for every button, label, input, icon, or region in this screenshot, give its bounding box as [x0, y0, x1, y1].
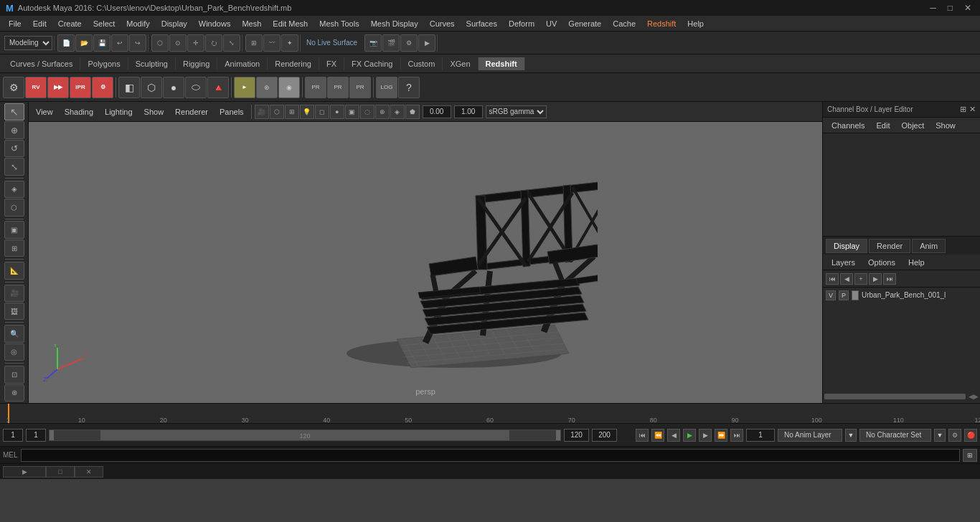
- rotate-btn[interactable]: ⭮: [205, 34, 222, 52]
- layer-step-prev-btn[interactable]: ◀: [840, 273, 853, 285]
- lasso-btn[interactable]: ⊙: [169, 34, 187, 52]
- menu-uv[interactable]: UV: [540, 18, 562, 29]
- channel-tab-show[interactable]: Show: [930, 120, 961, 131]
- menu-curves[interactable]: Curves: [424, 18, 461, 29]
- shelf-log-icon[interactable]: LOG: [376, 77, 397, 98]
- undo-button[interactable]: ↩: [111, 34, 128, 52]
- shelf-rs3-icon[interactable]: ⚙: [92, 77, 113, 98]
- snap-button[interactable]: ⊞: [4, 239, 24, 257]
- save-scene-button[interactable]: 💾: [93, 34, 110, 52]
- menu-windows[interactable]: Windows: [193, 18, 237, 29]
- channel-tab-object[interactable]: Object: [895, 120, 930, 131]
- layer-tab-render[interactable]: Render: [869, 239, 910, 253]
- shelf-cube-icon[interactable]: ◧: [118, 77, 140, 98]
- tab-custom[interactable]: Custom: [401, 57, 443, 70]
- snap-grid-btn[interactable]: ⊞: [245, 34, 263, 52]
- timeline-options-btn[interactable]: ⚙: [948, 429, 961, 442]
- layer-subtab-help[interactable]: Help: [903, 257, 930, 268]
- menu-generate[interactable]: Generate: [562, 18, 607, 29]
- vp-gamma-select[interactable]: sRGB gamma: [486, 105, 547, 118]
- fps-dropdown-btn[interactable]: [620, 429, 633, 442]
- go-to-end-btn[interactable]: ⏭: [730, 429, 743, 442]
- shelf-torus-icon[interactable]: ⬡: [141, 77, 162, 98]
- layer-subtab-options[interactable]: Options: [862, 257, 901, 268]
- vp-hud-icon[interactable]: ⊕: [375, 105, 390, 119]
- menu-redshift[interactable]: Redshift: [641, 18, 682, 29]
- shelf-help-icon[interactable]: ?: [398, 77, 420, 98]
- tab-polygons[interactable]: Polygons: [80, 57, 128, 70]
- vp-menu-panels[interactable]: Panels: [215, 106, 248, 118]
- render-btn[interactable]: 🎬: [382, 34, 400, 52]
- vp-light-icon[interactable]: 💡: [300, 105, 314, 119]
- playback-end-input[interactable]: [564, 429, 589, 442]
- mini-close-btn[interactable]: ✕: [75, 466, 103, 478]
- frame-current-input[interactable]: [26, 429, 46, 442]
- menu-mesh-display[interactable]: Mesh Display: [365, 18, 424, 29]
- vp-iso-icon[interactable]: ◈: [390, 105, 405, 119]
- menu-mesh[interactable]: Mesh: [236, 18, 267, 29]
- move-tool-button[interactable]: ⊕: [4, 121, 24, 138]
- shelf-pr1-icon[interactable]: PR: [305, 77, 326, 98]
- menu-surfaces[interactable]: Surfaces: [461, 18, 503, 29]
- vp-grid-icon[interactable]: ⊞: [285, 105, 299, 119]
- mode-select[interactable]: Modeling: [4, 36, 52, 50]
- snap-curve-btn[interactable]: 〰: [263, 34, 281, 52]
- anim-layer-arrow-btn[interactable]: ▼: [845, 429, 857, 442]
- shelf-mat-icon[interactable]: 🔺: [207, 77, 229, 98]
- playblast-btn[interactable]: ▶: [418, 34, 435, 52]
- extra1-button[interactable]: ⊡: [4, 366, 24, 383]
- vp-pan-y[interactable]: [454, 105, 483, 118]
- timeline-start-input[interactable]: [3, 429, 23, 442]
- vp-aa-icon[interactable]: ◌: [360, 105, 374, 119]
- menu-create[interactable]: Create: [52, 18, 88, 29]
- menu-cache[interactable]: Cache: [607, 18, 641, 29]
- tab-fx[interactable]: FX: [319, 57, 344, 70]
- timeslider[interactable]: 1102030405060708090100110120: [0, 404, 980, 423]
- vp-cam-icon[interactable]: 🎥: [255, 105, 269, 119]
- render-settings-btn[interactable]: ⚙: [400, 34, 418, 52]
- char-set-label[interactable]: No Character Set: [859, 429, 931, 442]
- autokey-btn[interactable]: 🔴: [964, 429, 977, 442]
- vp-menu-view[interactable]: View: [32, 106, 57, 118]
- vp-menu-lighting[interactable]: Lighting: [100, 106, 137, 118]
- maximize-button[interactable]: □: [945, 3, 956, 13]
- next-frame-btn[interactable]: ▶: [699, 429, 712, 442]
- vp-sel-icon[interactable]: ⬟: [405, 105, 420, 119]
- show-manip-button[interactable]: ▣: [4, 221, 24, 238]
- soft-select-button[interactable]: ◈: [4, 181, 24, 198]
- prev-frame-btn[interactable]: ◀: [667, 429, 680, 442]
- vp-render-icon[interactable]: ⬡: [270, 105, 284, 119]
- menu-deform[interactable]: Deform: [503, 18, 540, 29]
- tab-sculpting[interactable]: Sculpting: [128, 57, 176, 70]
- layer-subtab-layers[interactable]: Layers: [826, 257, 861, 268]
- scale-tool-button[interactable]: ⤡: [4, 158, 24, 175]
- vp-menu-shading[interactable]: Shading: [60, 106, 98, 118]
- redo-button[interactable]: ↪: [129, 34, 146, 52]
- extra2-button[interactable]: ⊛: [4, 384, 24, 402]
- vp-wire-icon[interactable]: ◻: [315, 105, 329, 119]
- menu-select[interactable]: Select: [88, 18, 121, 29]
- layer-tab-display[interactable]: Display: [826, 239, 867, 253]
- right-panel-scrollbar[interactable]: ◀▶: [823, 390, 980, 403]
- tab-fx-caching[interactable]: FX Caching: [344, 57, 400, 70]
- lasso-button[interactable]: ⬡: [4, 199, 24, 216]
- shelf-sphere-icon[interactable]: ●: [163, 77, 184, 98]
- range-slider[interactable]: 120: [49, 430, 561, 441]
- shelf-mat2-icon[interactable]: ►: [234, 77, 255, 98]
- timeline-end-input[interactable]: [592, 429, 617, 442]
- menu-modify[interactable]: Modify: [121, 18, 155, 29]
- menu-help[interactable]: Help: [682, 18, 710, 29]
- tab-rigging[interactable]: Rigging: [176, 57, 217, 70]
- menu-display[interactable]: Display: [156, 18, 193, 29]
- tab-curves-surfaces[interactable]: Curves / Surfaces: [3, 57, 80, 70]
- shelf-mat4-icon[interactable]: ◉: [278, 77, 300, 98]
- shelf-ipr-icon[interactable]: IPR: [70, 77, 91, 98]
- snap-point-btn[interactable]: ✦: [281, 34, 298, 52]
- layer-playback-btn[interactable]: P: [839, 290, 849, 300]
- select-tool-button[interactable]: ↖: [4, 103, 24, 120]
- vp-tex-icon[interactable]: ▣: [345, 105, 359, 119]
- move-btn[interactable]: ✛: [187, 34, 204, 52]
- tab-animation[interactable]: Animation: [217, 57, 268, 70]
- layer-step-next-btn[interactable]: ▶: [869, 273, 882, 285]
- tab-redshift[interactable]: Redshift: [479, 57, 525, 70]
